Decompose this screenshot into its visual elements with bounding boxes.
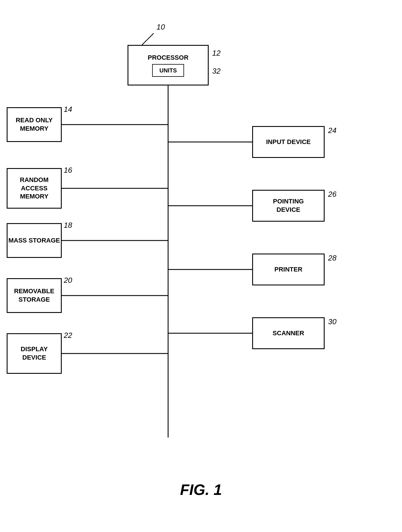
- printer-box: PRINTER: [252, 254, 325, 285]
- random-access-memory-box: RANDOM ACCESSMEMORY: [7, 168, 62, 209]
- pointing-device-label: POINTINGDEVICE: [273, 197, 304, 214]
- diagram-container: 10 PROCESSOR UNITS 12 32 READ ONLYMEMORY…: [0, 17, 402, 510]
- processor-box: PROCESSOR UNITS: [128, 45, 209, 85]
- pointing-device-box: POINTINGDEVICE: [252, 190, 325, 222]
- ref-22: 22: [64, 331, 72, 340]
- read-only-memory-label: READ ONLYMEMORY: [16, 116, 53, 133]
- removable-storage-label: REMOVABLESTORAGE: [14, 287, 54, 304]
- ref-14: 14: [64, 105, 72, 114]
- processor-label: PROCESSOR: [148, 54, 189, 62]
- ref-18: 18: [64, 221, 72, 230]
- ref-20: 20: [64, 276, 72, 285]
- scanner-label: SCANNER: [273, 329, 304, 338]
- units-label: UNITS: [159, 67, 177, 74]
- ref-26: 26: [328, 190, 336, 199]
- ref-32: 32: [212, 67, 221, 76]
- ref-16: 16: [64, 166, 72, 175]
- mass-storage-label: MASS STORAGE: [8, 236, 60, 245]
- mass-storage-box: MASS STORAGE: [7, 223, 62, 258]
- svg-line-10: [142, 33, 154, 45]
- scanner-box: SCANNER: [252, 317, 325, 349]
- ref-12: 12: [212, 49, 221, 58]
- connection-lines: [0, 17, 402, 510]
- display-device-box: DISPLAYDEVICE: [7, 333, 62, 374]
- ref-10: 10: [157, 23, 165, 32]
- read-only-memory-box: READ ONLYMEMORY: [7, 107, 62, 142]
- ref-30: 30: [328, 317, 336, 326]
- ref-24: 24: [328, 126, 336, 135]
- removable-storage-box: REMOVABLESTORAGE: [7, 278, 62, 313]
- random-access-memory-label: RANDOM ACCESSMEMORY: [8, 176, 61, 201]
- input-device-box: INPUT DEVICE: [252, 126, 325, 158]
- input-device-label: INPUT DEVICE: [266, 138, 311, 146]
- units-box: UNITS: [152, 64, 184, 77]
- display-device-label: DISPLAYDEVICE: [21, 345, 48, 362]
- figure-label: FIG. 1: [180, 481, 222, 498]
- printer-label: PRINTER: [274, 265, 303, 274]
- ref-28: 28: [328, 254, 336, 263]
